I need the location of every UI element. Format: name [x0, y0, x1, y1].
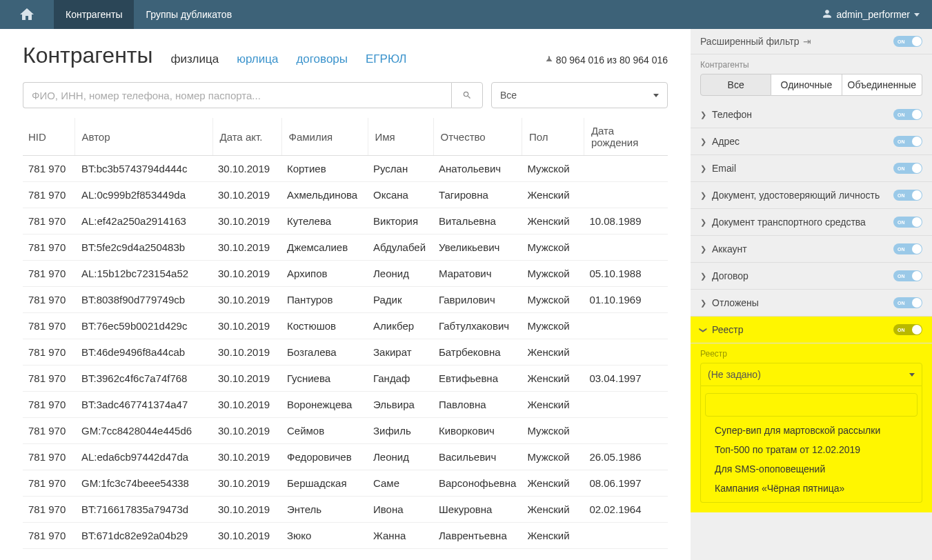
- registry-option[interactable]: Супер-вип для мартовской рассылки: [701, 421, 922, 440]
- cell-pt: Васильевич: [433, 444, 522, 470]
- cell-sn: Федоровичев: [281, 444, 368, 470]
- cell-date: 30.10.2019: [212, 208, 281, 234]
- filter-contract[interactable]: ❯ Договор ON: [691, 263, 932, 290]
- col-surname[interactable]: Фамилия: [281, 118, 368, 156]
- table-row[interactable]: 781 970BT:bc3b5743794d444c30.10.2019Корт…: [23, 156, 668, 182]
- cell-dob: [584, 418, 668, 444]
- table-row[interactable]: 781 970BT:46de9496f8a44cab30.10.2019Бозг…: [23, 339, 668, 366]
- registry-option[interactable]: Кампания «Чёрная пятница»: [701, 479, 922, 498]
- col-name[interactable]: Имя: [368, 118, 433, 156]
- cell-pt: Габтулхакович: [433, 313, 522, 339]
- cell-n: Зифиль: [368, 418, 433, 444]
- cell-date: 30.10.2019: [212, 366, 281, 392]
- cell-sn: Костюшов: [281, 313, 368, 339]
- col-patronymic[interactable]: Отчество: [433, 118, 522, 156]
- cell-author: BT:716617835a79473d: [75, 497, 212, 523]
- table-row[interactable]: 781 970BT:671dc82e92a04b2930.10.2019Зюко…: [23, 523, 668, 549]
- cell-sn: Воронежцева: [281, 392, 368, 418]
- registry-block: Реестр (Не задано) Супер-вип для мартовс…: [691, 343, 932, 512]
- cell-hid: 781 970: [23, 392, 75, 418]
- btn-merged[interactable]: Объединенные: [842, 74, 923, 96]
- caret-down-icon: [914, 13, 920, 17]
- col-hid[interactable]: HID: [23, 118, 75, 156]
- chevron-right-icon: ❯: [700, 245, 706, 254]
- cell-date: 30.10.2019: [212, 339, 281, 366]
- table-row[interactable]: 781 970BT:3962c4f6c7a74f76830.10.2019Гус…: [23, 366, 668, 392]
- col-sex[interactable]: Пол: [522, 118, 584, 156]
- cell-dob: [584, 234, 668, 261]
- cell-date: 30.10.2019: [212, 234, 281, 261]
- table-row[interactable]: 781 970AL:0c999b2f853449da30.10.2019Ахме…: [23, 182, 668, 208]
- col-author[interactable]: Автор: [75, 118, 212, 156]
- cell-hid: 781 970: [23, 418, 75, 444]
- home-button[interactable]: [0, 0, 54, 29]
- table-row[interactable]: 781 970BT:716617835a79473d30.10.2019Энте…: [23, 497, 668, 523]
- toggle-phone[interactable]: ON: [893, 109, 922, 120]
- table-row[interactable]: 781 970BT:76ec59b0021d429c30.10.2019Кост…: [23, 313, 668, 339]
- filter-phone[interactable]: ❯ Телефон ON: [691, 101, 932, 128]
- btn-all[interactable]: Все: [700, 74, 771, 96]
- table-row[interactable]: 781 970AL:15b12bc723154a5230.10.2019Архи…: [23, 261, 668, 287]
- filter-id-document[interactable]: ❯ Документ, удостоверяющий личность ON: [691, 182, 932, 209]
- toggle-postponed[interactable]: ON: [893, 297, 922, 308]
- filter-account[interactable]: ❯ Аккаунт ON: [691, 236, 932, 263]
- table-row[interactable]: 781 970BT:3adc467741374a4730.10.2019Воро…: [23, 392, 668, 418]
- toggle-vehicle-document[interactable]: ON: [893, 217, 922, 228]
- filter-dropdown[interactable]: Все: [491, 82, 668, 108]
- cell-sex: Женский: [522, 339, 584, 366]
- filter-vehicle-document[interactable]: ❯ Документ транспортного средства ON: [691, 209, 932, 236]
- registry-label: Реестр: [700, 349, 922, 359]
- cell-sn: Сеймов: [281, 418, 368, 444]
- cell-author: BT:3adc467741374a47: [75, 392, 212, 418]
- registry-options-panel: Супер-вип для мартовской рассылки Топ-50…: [700, 386, 922, 503]
- table-row[interactable]: 781 970BT:8038f90d779749cb30.10.2019Пант…: [23, 287, 668, 313]
- toggle-panel[interactable]: ON: [893, 36, 922, 47]
- search-input[interactable]: [23, 82, 451, 108]
- filter-registry[interactable]: ❯ Реестр ON: [691, 317, 932, 343]
- filter-egrul[interactable]: ЕГРЮЛ: [366, 52, 406, 66]
- cell-sex: Мужской: [522, 444, 584, 470]
- filter-individuals[interactable]: физлица: [170, 52, 219, 66]
- registry-option[interactable]: Для SMS-опоповещений: [701, 459, 922, 479]
- user-menu[interactable]: admin_performer: [810, 0, 932, 29]
- table-row[interactable]: 781 970GM:1fc3c74beee5433830.10.2019Берш…: [23, 470, 668, 497]
- cell-sn: Джемсалиев: [281, 234, 368, 261]
- toggle-address[interactable]: ON: [893, 136, 922, 147]
- filter-legal[interactable]: юрлица: [237, 52, 278, 66]
- search-button[interactable]: [451, 82, 483, 108]
- toggle-email[interactable]: ON: [893, 163, 922, 174]
- registry-dropdown[interactable]: (Не задано): [700, 363, 922, 386]
- table-row[interactable]: 781 970AL:ef42a250a291416330.10.2019Куте…: [23, 208, 668, 234]
- nav-duplicate-groups[interactable]: Группы дубликатов: [134, 0, 244, 29]
- btn-single[interactable]: Одиночные: [771, 74, 842, 96]
- chevron-right-icon: ❯: [700, 137, 706, 146]
- caret-down-icon: [909, 373, 915, 377]
- col-date-act[interactable]: Дата акт.: [212, 118, 281, 156]
- cell-pt: Павловна: [433, 392, 522, 418]
- registry-search-input[interactable]: [705, 393, 918, 417]
- cell-pt: Киворкович: [433, 418, 522, 444]
- col-dob[interactable]: Дата рождения: [584, 118, 668, 156]
- cell-date: 30.10.2019: [212, 444, 281, 470]
- filter-email[interactable]: ❯ Email ON: [691, 155, 932, 182]
- table-row[interactable]: 781 970AL:eda6cb97442d47da30.10.2019Федо…: [23, 444, 668, 470]
- table-row[interactable]: 781 970GM:7cc8428044e445d630.10.2019Сейм…: [23, 418, 668, 444]
- toggle-id-document[interactable]: ON: [893, 190, 922, 201]
- nav-contractors[interactable]: Контрагенты: [54, 0, 134, 29]
- cell-sex: Женский: [522, 392, 584, 418]
- filter-address[interactable]: ❯ Адрес ON: [691, 128, 932, 155]
- toggle-account[interactable]: ON: [893, 243, 922, 254]
- toggle-registry[interactable]: ON: [893, 324, 922, 335]
- table-row[interactable]: 781 970BT:5fe2c9d4a250483b30.10.2019Джем…: [23, 234, 668, 261]
- filter-contracts[interactable]: договоры: [296, 52, 348, 66]
- filter-postponed[interactable]: ❯ Отложены ON: [691, 290, 932, 317]
- pin-icon[interactable]: ⇥: [803, 36, 811, 47]
- cell-n: Оксана: [368, 182, 433, 208]
- cell-sn: Бершадская: [281, 470, 368, 497]
- registry-option[interactable]: Топ-500 по тратам от 12.02.2019: [701, 440, 922, 459]
- cell-hid: 781 970: [23, 156, 75, 182]
- search-icon: [462, 90, 472, 100]
- cell-sn: Кортиев: [281, 156, 368, 182]
- cell-pt: Витальевна: [433, 208, 522, 234]
- toggle-contract[interactable]: ON: [893, 270, 922, 281]
